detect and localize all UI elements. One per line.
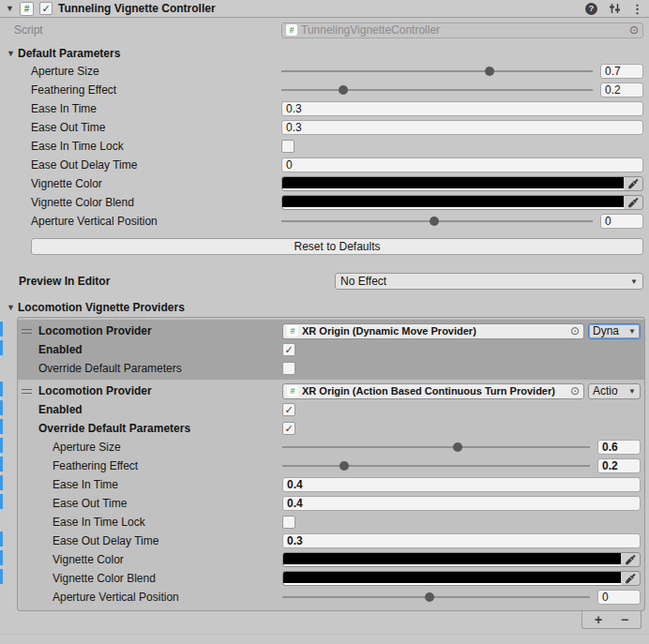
locomotion-provider-row: Locomotion Provider # XR Origin (Dynamic… — [18, 322, 644, 340]
enabled-checkbox[interactable] — [282, 343, 295, 356]
override-indicator — [0, 550, 3, 565]
color-swatch[interactable] — [283, 572, 621, 585]
param-label: Vignette Color — [18, 553, 282, 566]
feathering-effect-value[interactable]: 0.2 — [600, 82, 643, 97]
aperture-vertical-position-value[interactable]: 0 — [600, 214, 643, 229]
dropdown-value: Actio — [593, 384, 618, 397]
feathering-effect-value[interactable]: 0.2 — [597, 458, 641, 473]
eyedropper-icon[interactable] — [621, 572, 640, 585]
color-swatch[interactable] — [283, 553, 621, 566]
ease-in-time-field[interactable]: 0.4 — [282, 477, 641, 492]
param-label: Ease Out Time — [0, 121, 281, 134]
component-title: Tunneling Vignette Controller — [58, 2, 585, 15]
ease-in-time-lock-checkbox[interactable] — [281, 140, 294, 153]
script-label: Script — [0, 23, 281, 37]
vignette-color-blend-field[interactable] — [282, 571, 641, 586]
ease-in-time-row: Ease In Time 0.3 — [0, 99, 649, 118]
vignette-color-blend-field[interactable] — [281, 195, 643, 210]
locomotion-vignette-providers-foldout[interactable]: Locomotion Vignette Providers — [0, 299, 649, 316]
ease-in-time-field[interactable]: 0.3 — [281, 101, 643, 116]
drag-handle-icon[interactable] — [22, 389, 32, 394]
aperture-vertical-position-slider[interactable] — [281, 220, 593, 222]
component-enabled-checkbox[interactable] — [39, 2, 53, 15]
vignette-color-field[interactable] — [282, 552, 641, 567]
ease-in-time-lock-checkbox[interactable] — [282, 516, 295, 529]
component-separator — [0, 634, 649, 635]
override-checkbox[interactable] — [282, 362, 295, 375]
aperture-vertical-position-slider[interactable] — [282, 596, 590, 598]
foldout-icon[interactable] — [6, 4, 17, 13]
param-label: Feathering Effect — [18, 459, 282, 472]
object-picker-icon[interactable]: ⊙ — [570, 385, 580, 397]
vignette-color-row: Vignette Color — [18, 550, 644, 569]
override-indicator — [0, 494, 3, 509]
enabled-checkbox[interactable] — [282, 403, 295, 416]
override-indicator — [0, 475, 3, 490]
ease-in-time-lock-row: Ease In Time Lock — [18, 513, 644, 532]
reset-to-defaults-button[interactable]: Reset to Defaults — [31, 238, 643, 255]
aperture-size-slider[interactable] — [281, 70, 593, 72]
ease-out-time-field[interactable]: 0.4 — [282, 496, 641, 511]
preview-in-editor-row: Preview In Editor No Effect — [0, 272, 649, 291]
override-indicator — [0, 419, 3, 434]
override-indicator — [0, 457, 3, 472]
param-label: Vignette Color — [0, 177, 281, 190]
override-checkbox[interactable] — [282, 422, 295, 435]
aperture-size-value[interactable]: 0.6 — [597, 440, 641, 455]
param-label: Ease In Time — [0, 102, 281, 115]
section-title: Default Parameters — [18, 47, 120, 60]
override-label: Override Default Parameters — [18, 362, 282, 375]
ease-out-delay-time-field[interactable]: 0.3 — [282, 533, 641, 548]
aperture-size-slider[interactable] — [282, 446, 590, 448]
ease-out-delay-time-field[interactable]: 0 — [281, 157, 643, 172]
drag-handle-icon[interactable] — [22, 329, 32, 334]
param-label: Vignette Color Blend — [0, 196, 281, 209]
add-item-button[interactable]: + — [588, 612, 609, 628]
provider-type-dropdown[interactable]: Actio — [588, 383, 641, 399]
feathering-effect-row: Feathering Effect 0.2 — [18, 457, 644, 475]
preview-in-editor-label: Preview In Editor — [0, 275, 335, 288]
object-picker-icon[interactable]: ⊙ — [629, 24, 639, 36]
override-indicator — [0, 400, 3, 415]
color-swatch[interactable] — [282, 196, 624, 209]
override-indicator — [0, 532, 3, 547]
preview-in-editor-dropdown[interactable]: No Effect — [335, 273, 643, 290]
presets-icon[interactable] — [608, 2, 621, 15]
eyedropper-icon[interactable] — [624, 196, 642, 209]
ease-out-time-field[interactable]: 0.3 — [281, 120, 643, 135]
aperture-vertical-position-value[interactable]: 0 — [597, 590, 641, 605]
param-label: Aperture Size — [18, 441, 282, 454]
menu-icon[interactable]: ⋮ — [631, 2, 643, 16]
vignette-color-field[interactable] — [281, 176, 643, 191]
enabled-label: Enabled — [18, 403, 282, 416]
aperture-size-row: Aperture Size 0.7 — [0, 62, 649, 81]
color-swatch[interactable] — [282, 177, 624, 190]
override-default-parameters-row: Override Default Parameters — [18, 359, 644, 378]
provider-item-0[interactable]: Locomotion Provider # XR Origin (Dynamic… — [18, 320, 644, 380]
provider-type-dropdown[interactable]: Dyna — [588, 323, 641, 339]
aperture-size-value[interactable]: 0.7 — [600, 64, 643, 79]
provider-item-1[interactable]: Locomotion Provider # XR Origin (Action … — [18, 380, 644, 608]
feathering-effect-slider[interactable] — [282, 465, 590, 467]
param-label: Ease In Time — [18, 478, 282, 491]
remove-item-button[interactable]: − — [614, 612, 635, 628]
eyedropper-icon[interactable] — [621, 553, 640, 566]
feathering-effect-slider[interactable] — [281, 89, 593, 91]
dropdown-value: Dyna — [593, 324, 619, 337]
help-icon[interactable]: ? — [585, 3, 597, 15]
override-label: Override Default Parameters — [18, 422, 282, 435]
default-parameters-foldout[interactable]: Default Parameters — [0, 45, 649, 62]
script-row: Script # TunnelingVignetteController ⊙ — [0, 22, 649, 38]
ease-in-time-row: Ease In Time 0.4 — [18, 475, 644, 494]
object-picker-icon[interactable]: ⊙ — [570, 325, 580, 337]
script-icon: # — [287, 385, 298, 397]
component-header: # Tunneling Vignette Controller ? ⋮ — [0, 0, 649, 18]
provider-label: Locomotion Provider — [38, 384, 152, 397]
provider-object-field[interactable]: # XR Origin (Action Based Continuous Tur… — [282, 383, 584, 399]
chevron-down-icon — [628, 327, 636, 336]
vignette-color-blend-row: Vignette Color Blend — [0, 193, 649, 212]
provider-object-field[interactable]: # XR Origin (Dynamic Move Provider) ⊙ — [282, 323, 584, 339]
locomotion-provider-row: Locomotion Provider # XR Origin (Action … — [18, 382, 644, 400]
enabled-row: Enabled — [18, 340, 644, 359]
eyedropper-icon[interactable] — [624, 177, 642, 190]
